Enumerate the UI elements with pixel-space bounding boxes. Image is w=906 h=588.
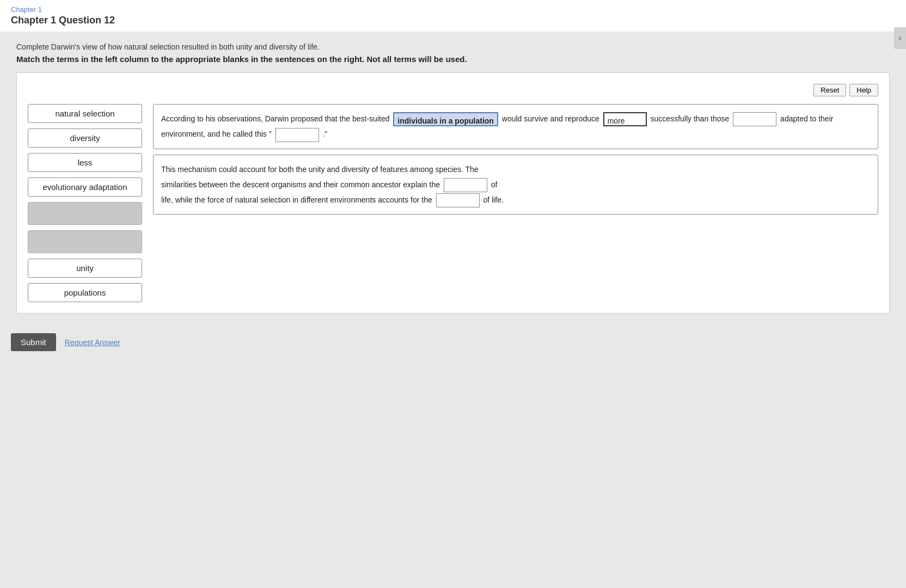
blank-more[interactable]: more <box>603 112 647 126</box>
blank-unity[interactable] <box>444 178 487 192</box>
sentence2-mid2: of <box>491 180 498 189</box>
chapter-label: Chapter 1 <box>11 5 895 14</box>
sentence2-suffix2: of life. <box>483 195 504 204</box>
question-title: Chapter 1 Question 12 <box>11 15 895 26</box>
bottom-bar: Submit Request Answer <box>0 324 906 360</box>
sentence1-suffix1: environment, and he called this " <box>161 130 272 138</box>
reset-button[interactable]: Reset <box>813 84 846 96</box>
term-unity[interactable]: unity <box>28 259 142 278</box>
sentence1-mid1: would survive and reproduce <box>502 114 599 123</box>
blank-diversity[interactable] <box>436 193 480 207</box>
sentence1-suffix2: ." <box>322 130 327 138</box>
main-content: Complete Darwin's view of how natural se… <box>0 32 906 324</box>
sentence1-mid2: successfully than those <box>651 114 730 123</box>
blank-adapted[interactable] <box>733 112 776 126</box>
sentence2-suffix1: life, while the force of natural selecti… <box>161 195 432 204</box>
sentence2-mid1: similarities between the descent organis… <box>161 180 440 189</box>
instruction-line2: Match the terms in the left column to th… <box>16 54 890 64</box>
sentence1-mid3: adapted to their <box>780 114 833 123</box>
chevron-right-icon[interactable]: › <box>894 27 906 49</box>
help-button[interactable]: Help <box>849 84 878 96</box>
term-empty-2 <box>28 230 142 253</box>
term-natural-selection[interactable]: natural selection <box>28 104 142 123</box>
term-populations[interactable]: populations <box>28 283 142 302</box>
exercise-layout: natural selection diversity less evoluti… <box>28 104 878 302</box>
instruction-line1: Complete Darwin's view of how natural se… <box>16 42 890 51</box>
page-header: Chapter 1 Chapter 1 Question 12 <box>0 0 906 32</box>
exercise-box: Reset Help natural selection diversity l… <box>16 72 890 314</box>
sentence-box-1: According to his observations, Darwin pr… <box>153 104 878 149</box>
sentence-box-2: This mechanism could account for both th… <box>153 155 878 215</box>
reset-help-row: Reset Help <box>28 84 878 96</box>
sentence1-prefix: According to his observations, Darwin pr… <box>161 114 389 123</box>
term-less[interactable]: less <box>28 153 142 172</box>
left-column: natural selection diversity less evoluti… <box>28 104 142 302</box>
blank-called-this[interactable] <box>276 128 319 142</box>
term-empty-1 <box>28 202 142 225</box>
blank-individuals-in-population[interactable]: individuals in a population <box>393 112 498 126</box>
sentence2-prefix: This mechanism could account for both th… <box>161 165 479 174</box>
term-diversity[interactable]: diversity <box>28 128 142 148</box>
term-evolutionary-adaptation[interactable]: evolutionary adaptation <box>28 177 142 197</box>
submit-button[interactable]: Submit <box>11 333 56 351</box>
request-answer-button[interactable]: Request Answer <box>65 338 120 347</box>
right-column: According to his observations, Darwin pr… <box>153 104 878 215</box>
